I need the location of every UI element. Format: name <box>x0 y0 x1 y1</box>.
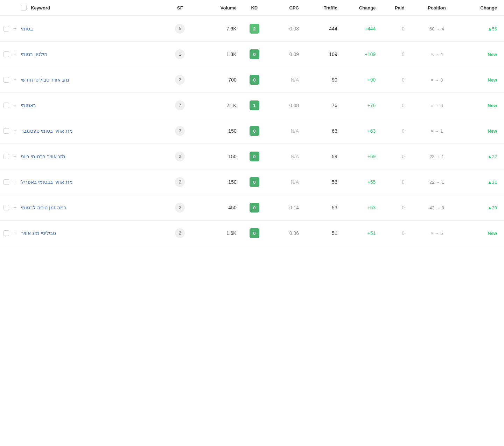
add-keyword-btn-9[interactable]: + <box>12 230 18 236</box>
select-all-checkbox[interactable] <box>21 5 27 11</box>
sf-cell: 2 <box>163 221 197 246</box>
keyword-table-container: Keyword SF Volume KD CPC Traffic Change … <box>0 0 504 246</box>
traffic-cell: 63 <box>302 118 341 144</box>
add-keyword-btn-2[interactable]: + <box>12 51 18 57</box>
keyword-cell: + טביליסי מזג אוויר <box>0 221 163 246</box>
paid-cell: 0 <box>379 67 408 93</box>
keyword-link-9[interactable]: טביליסי מזג אוויר <box>21 230 56 236</box>
kd-cell: 0 <box>240 169 269 195</box>
change-cell: +51 <box>341 221 379 246</box>
cpc-value: N/A <box>291 77 299 83</box>
cpc-cell: N/A <box>269 144 302 169</box>
col-header-cpc: CPC <box>269 0 302 16</box>
paid-cell: 0 <box>379 169 408 195</box>
keyword-link-8[interactable]: כמה זמן טיסה לבטומי <box>21 205 66 210</box>
add-keyword-btn-8[interactable]: + <box>12 204 18 211</box>
kd-cell: 0 <box>240 221 269 246</box>
cpc-cell: 0.09 <box>269 42 302 67</box>
keyword-cell: + מזג אוויר בבטומי ביוני <box>0 144 163 169</box>
new-badge: New <box>488 77 497 83</box>
position-cell: × → 1 <box>408 118 466 144</box>
cpc-cell: N/A <box>269 118 302 144</box>
change-cell: +109 <box>341 42 379 67</box>
sf-cell: 2 <box>163 144 197 169</box>
table-row: + מזג אוויר בבטומי באפריל 21500N/A56+550… <box>0 169 504 195</box>
col-header-sf: SF <box>163 0 197 16</box>
row-checkbox-1[interactable] <box>4 26 9 32</box>
add-keyword-btn-5[interactable]: + <box>12 128 18 134</box>
add-keyword-btn-7[interactable]: + <box>12 179 18 185</box>
position-to: 1 <box>442 154 444 159</box>
row-checkbox-3[interactable] <box>4 77 9 83</box>
kd-badge: 0 <box>250 152 259 161</box>
keyword-link-6[interactable]: מזג אוויר בבטומי ביוני <box>21 154 65 159</box>
volume-cell: 7.6K <box>197 16 240 42</box>
volume-cell: 150 <box>197 118 240 144</box>
row-checkbox-8[interactable] <box>4 205 9 210</box>
position-arrow: → <box>436 205 440 210</box>
change2-cell: ▲39 <box>465 195 504 221</box>
position-to: 4 <box>440 52 443 57</box>
keyword-cell: + כמה זמן טיסה לבטומי <box>0 195 163 221</box>
traffic-cell: 109 <box>302 42 341 67</box>
position-from: 42 <box>429 205 434 210</box>
keyword-cell: + מזג אוויר טביליסי חודשי <box>0 67 163 93</box>
position-cell: 22 → 1 <box>408 169 466 195</box>
row-checkbox-7[interactable] <box>4 179 9 185</box>
position-cell: 60 → 4 <box>408 16 466 42</box>
up-badge: ▲22 <box>488 154 497 159</box>
row-checkbox-4[interactable] <box>4 103 9 108</box>
table-row: + הילטון בטומי 11.3K00.09109+1090 × → 4 … <box>0 42 504 67</box>
change-cell: +53 <box>341 195 379 221</box>
cpc-value: N/A <box>291 154 299 159</box>
position-to: 5 <box>440 231 443 236</box>
change2-cell: ▲22 <box>465 144 504 169</box>
row-checkbox-9[interactable] <box>4 230 9 236</box>
kd-badge: 0 <box>250 228 259 238</box>
volume-cell: 1.6K <box>197 221 240 246</box>
keyword-link-7[interactable]: מזג אוויר בבטומי באפריל <box>21 179 73 185</box>
col-header-kd: KD <box>240 0 269 16</box>
volume-cell: 700 <box>197 67 240 93</box>
row-checkbox-6[interactable] <box>4 154 9 159</box>
kd-cell: 1 <box>240 93 269 118</box>
position-cell: × → 6 <box>408 93 466 118</box>
traffic-cell: 90 <box>302 67 341 93</box>
sf-badge: 2 <box>175 203 185 212</box>
kd-badge: 0 <box>250 49 259 59</box>
sf-cell: 2 <box>163 169 197 195</box>
add-keyword-btn-4[interactable]: + <box>12 102 18 109</box>
keyword-link-4[interactable]: באטומי <box>21 103 36 108</box>
keyword-link-1[interactable]: בטומי <box>21 26 33 32</box>
position-from: × <box>431 103 434 108</box>
position-cell: × → 5 <box>408 221 466 246</box>
add-keyword-btn-6[interactable]: + <box>12 153 18 160</box>
position-from: 22 <box>429 180 434 185</box>
keyword-cell: + באטומי <box>0 93 163 118</box>
keyword-link-2[interactable]: הילטון בטומי <box>21 51 47 57</box>
cpc-cell: 0.08 <box>269 16 302 42</box>
add-keyword-btn-3[interactable]: + <box>12 77 18 83</box>
kd-badge: 0 <box>250 203 259 212</box>
row-checkbox-2[interactable] <box>4 51 9 57</box>
cpc-cell: N/A <box>269 169 302 195</box>
change2-cell: New <box>465 221 504 246</box>
position-cell: × → 3 <box>408 67 466 93</box>
paid-cell: 0 <box>379 42 408 67</box>
keyword-link-3[interactable]: מזג אוויר טביליסי חודשי <box>21 77 69 83</box>
col-header-volume: Volume <box>197 0 240 16</box>
volume-cell: 150 <box>197 169 240 195</box>
keyword-link-5[interactable]: מזג אוויר בטומי ספטמבר <box>21 128 73 134</box>
row-checkbox-5[interactable] <box>4 128 9 134</box>
kd-cell: 0 <box>240 42 269 67</box>
position-to: 1 <box>440 128 443 134</box>
cpc-cell: N/A <box>269 67 302 93</box>
add-keyword-btn-1[interactable]: + <box>12 26 18 32</box>
position-arrow: → <box>435 129 439 134</box>
table-row: + בטומי 57.6K20.08444+4440 60 → 4 ▲56 <box>0 16 504 42</box>
kd-badge: 0 <box>250 75 259 85</box>
position-arrow: → <box>435 52 439 57</box>
cpc-value: N/A <box>291 179 299 185</box>
position-from: × <box>431 77 434 83</box>
cpc-cell: 0.08 <box>269 93 302 118</box>
